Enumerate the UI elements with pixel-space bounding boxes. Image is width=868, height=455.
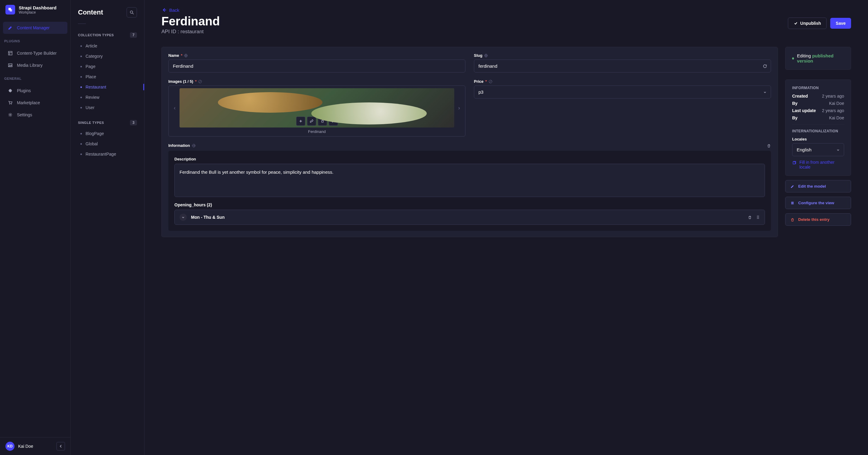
required-mark: * xyxy=(195,79,196,84)
type-item-label: Page xyxy=(86,64,95,69)
svg-point-7 xyxy=(9,104,10,104)
updated-by-label: By xyxy=(792,116,798,120)
name-input[interactable] xyxy=(168,60,465,72)
image-link-button[interactable] xyxy=(307,117,316,126)
collection-type-item[interactable]: Restaurant xyxy=(71,82,144,92)
brand-subtitle: Workplace xyxy=(19,10,57,14)
bullet-icon xyxy=(81,56,82,57)
status-dot xyxy=(792,57,794,60)
search-button[interactable] xyxy=(127,7,137,18)
locales-label: Locales xyxy=(792,137,844,141)
nav-plugins-item-label: Plugins xyxy=(17,88,31,93)
nav-settings[interactable]: Settings xyxy=(3,109,67,121)
image-add-button[interactable] xyxy=(296,117,305,126)
nav-plugins-label: PLUGINS xyxy=(0,36,70,45)
nav-media-library[interactable]: Media Library xyxy=(3,59,67,71)
globe-icon xyxy=(192,144,195,148)
brand-logo xyxy=(5,5,15,14)
svg-point-24 xyxy=(758,218,759,219)
collection-type-item[interactable]: Review xyxy=(71,92,144,102)
image-icon xyxy=(7,62,13,68)
type-item-label: BlogPage xyxy=(86,131,104,136)
nav-content-manager[interactable]: Content Manager xyxy=(3,22,67,34)
bullet-icon xyxy=(81,45,82,47)
nav-plugins[interactable]: Plugins xyxy=(3,85,67,97)
price-select[interactable] xyxy=(474,86,771,98)
updated-value: 2 years ago xyxy=(822,108,844,113)
locale-select[interactable] xyxy=(792,143,844,156)
slug-input[interactable] xyxy=(474,60,771,72)
carousel-prev-button[interactable]: ‹ xyxy=(171,105,178,111)
collection-type-item[interactable]: Category xyxy=(71,51,144,61)
bullet-icon xyxy=(81,143,82,145)
info-heading: INFORMATION xyxy=(792,86,844,90)
type-item-label: Review xyxy=(86,95,99,100)
fill-from-locale-link[interactable]: Fill in from another locale xyxy=(792,160,844,169)
drag-handle[interactable] xyxy=(756,215,760,219)
nav-content-type-builder[interactable]: Content-Type Builder xyxy=(3,47,67,59)
type-item-label: User xyxy=(86,105,95,110)
chevron-left-icon xyxy=(59,445,63,448)
save-label: Save xyxy=(836,21,846,26)
avatar[interactable]: KD xyxy=(5,442,14,451)
content-types-sidebar: Content COLLECTION TYPES 7 ArticleCatego… xyxy=(71,0,145,455)
svg-point-22 xyxy=(758,217,759,218)
image-edit-button[interactable] xyxy=(329,117,338,126)
delete-component-button[interactable] xyxy=(767,143,771,148)
bullet-icon xyxy=(81,76,82,78)
carousel-next-button[interactable]: › xyxy=(456,105,463,111)
required-mark: * xyxy=(181,53,182,58)
single-type-item[interactable]: Global xyxy=(71,139,144,149)
chevron-down-icon xyxy=(182,216,185,219)
nav-settings-label: Settings xyxy=(17,112,32,117)
image-delete-button[interactable] xyxy=(318,117,327,126)
svg-point-6 xyxy=(9,65,10,65)
collection-type-item[interactable]: Page xyxy=(71,61,144,72)
bullet-icon xyxy=(81,107,82,108)
collection-types-label: COLLECTION TYPES xyxy=(78,33,127,37)
bullet-icon xyxy=(81,97,82,98)
description-textarea[interactable]: Ferdinand the Bull is yet another symbol… xyxy=(175,164,765,197)
collection-type-item[interactable]: Article xyxy=(71,41,144,51)
trash-icon xyxy=(767,143,771,148)
nav-marketplace[interactable]: Marketplace xyxy=(3,97,67,109)
collection-type-item[interactable]: User xyxy=(71,102,144,113)
collapse-sidebar-button[interactable] xyxy=(57,442,65,451)
collection-types-count: 7 xyxy=(130,32,137,38)
types-heading: Content xyxy=(78,8,127,16)
information-section-label: Information xyxy=(168,143,190,148)
divider xyxy=(78,24,86,24)
globe-icon xyxy=(184,54,188,57)
opening-hours-item: Mon - Thu & Sun xyxy=(175,210,765,225)
back-label: Back xyxy=(169,7,179,13)
created-by-label: By xyxy=(792,101,798,106)
edit-model-button[interactable]: Edit the model xyxy=(785,180,851,192)
delete-item-button[interactable] xyxy=(748,215,752,219)
single-type-item[interactable]: BlogPage xyxy=(71,128,144,139)
trash-icon xyxy=(790,218,795,222)
expand-toggle[interactable] xyxy=(180,214,187,221)
collection-type-item[interactable]: Place xyxy=(71,72,144,82)
refresh-icon xyxy=(763,64,767,69)
single-type-item[interactable]: RestaurantPage xyxy=(71,149,144,159)
fill-from-locale-label: Fill in from another locale xyxy=(799,160,844,169)
back-link[interactable]: Back xyxy=(161,7,851,13)
link-icon xyxy=(310,119,313,123)
slug-label: Slug xyxy=(474,53,483,58)
brand: Strapi Dashboard Workplace xyxy=(0,0,70,19)
svg-point-8 xyxy=(11,104,12,104)
delete-entry-button[interactable]: Delete this entry xyxy=(785,213,851,226)
unpublish-button[interactable]: Unpublish xyxy=(788,18,827,29)
save-button[interactable]: Save xyxy=(830,18,851,29)
image-thumbnail[interactable] xyxy=(180,88,454,128)
layout-icon xyxy=(7,50,13,56)
cart-icon xyxy=(7,100,13,106)
regenerate-slug-button[interactable] xyxy=(763,64,767,69)
globe-icon xyxy=(484,54,488,57)
updated-by-value: Kai Doe xyxy=(829,116,844,120)
configure-view-button[interactable]: Configure the view xyxy=(785,197,851,209)
bullet-icon xyxy=(81,66,82,67)
user-name: Kai Doe xyxy=(18,444,33,449)
strapi-icon xyxy=(8,7,13,12)
brand-title: Strapi Dashboard xyxy=(19,5,57,10)
